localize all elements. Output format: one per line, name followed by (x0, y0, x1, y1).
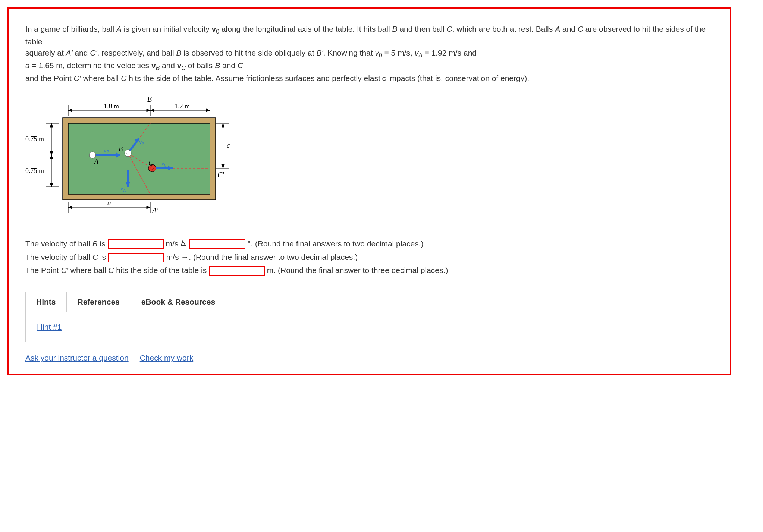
tab-hints[interactable]: Hints (25, 292, 67, 312)
problem-statement: In a game of billiards, ball A is given … (25, 23, 713, 84)
question-container: In a game of billiards, ball A is given … (7, 7, 731, 375)
tab-body-hints: Hint #1 (25, 312, 713, 342)
dim-a: a (107, 199, 111, 207)
billiards-figure: 1.8 m 1.2 m B' 0.75 m 0.75 m (25, 94, 713, 222)
check-my-work-link[interactable]: Check my work (140, 353, 194, 362)
dim-1-8: 1.8 m (104, 103, 119, 110)
svg-marker-6 (147, 109, 150, 112)
svg-marker-14 (50, 123, 53, 127)
label-v0: v₀ (104, 148, 109, 154)
dim-075-bot: 0.75 m (25, 167, 44, 174)
label-Bprime: B' (147, 95, 154, 103)
hint-1-link[interactable]: Hint #1 (37, 322, 62, 331)
label-Cprime: C' (217, 171, 224, 179)
tab-references[interactable]: References (67, 292, 131, 312)
svg-rect-29 (68, 123, 210, 194)
answer-line-cprime: The Point C' where ball C hits the side … (25, 264, 713, 277)
svg-marker-8 (206, 109, 210, 112)
input-vb-angle[interactable] (189, 239, 245, 249)
tab-ebook[interactable]: eBook & Resources (131, 292, 226, 312)
billiards-diagram-svg: 1.8 m 1.2 m B' 0.75 m 0.75 m (25, 94, 234, 220)
label-Aprime: A' (151, 206, 158, 214)
bottom-actions: Ask your instructor a question Check my … (25, 353, 713, 362)
answer-line-vb: The velocity of ball B is m/s °. (Round … (25, 237, 713, 251)
svg-marker-15 (50, 151, 53, 155)
svg-marker-26 (68, 206, 72, 209)
label-A: A (94, 158, 99, 165)
svg-marker-27 (147, 206, 150, 209)
label-B: B (119, 145, 123, 153)
angle-icon (180, 237, 187, 250)
svg-marker-17 (50, 183, 53, 187)
answer-section: The velocity of ball B is m/s °. (Round … (25, 237, 713, 277)
svg-marker-5 (68, 109, 72, 112)
input-vb-magnitude[interactable] (108, 239, 164, 249)
help-tabs: Hints References eBook & Resources Hint … (25, 292, 713, 342)
input-cprime-distance[interactable] (209, 266, 265, 276)
answer-line-vc: The velocity of ball C is m/s →. (Round … (25, 251, 713, 264)
svg-marker-21 (222, 123, 224, 127)
input-vc-magnitude[interactable] (108, 253, 164, 262)
dim-075-top: 0.75 m (25, 135, 44, 143)
svg-marker-16 (50, 155, 53, 159)
svg-marker-22 (222, 164, 224, 168)
ask-instructor-link[interactable]: Ask your instructor a question (25, 353, 129, 362)
dim-1-2: 1.2 m (175, 103, 190, 110)
label-C: C (148, 160, 153, 167)
dim-c: c (227, 141, 230, 149)
svg-marker-7 (150, 109, 154, 112)
svg-point-45 (125, 150, 131, 157)
